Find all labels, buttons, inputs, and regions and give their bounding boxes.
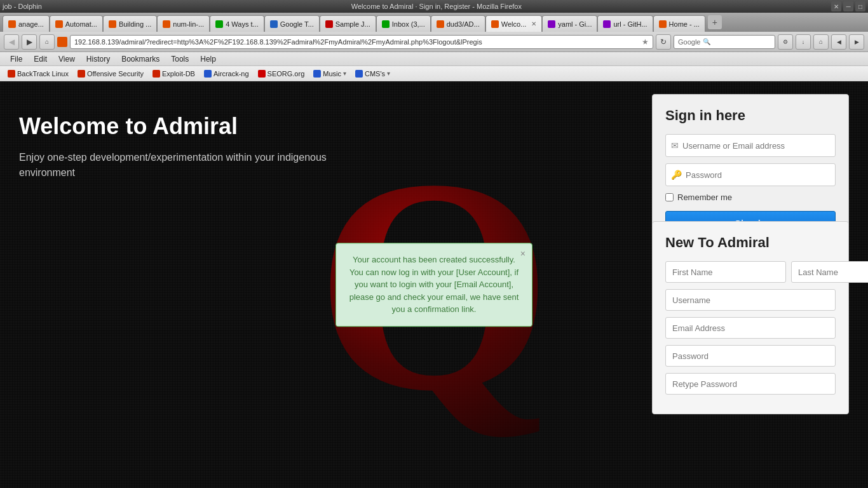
bookmark-music-label: Music xyxy=(323,70,341,78)
tab-7-label: Inbox (3,... xyxy=(392,20,425,28)
remember-me-checkbox[interactable] xyxy=(665,193,674,201)
os-close-icon[interactable]: ✕ xyxy=(831,1,841,11)
tab-9-favicon xyxy=(491,20,499,28)
os-tray-icons: ✕ ─ □ xyxy=(831,1,865,11)
bookmark-cms-icon xyxy=(355,70,363,78)
welcome-section: Welcome to Admiral Enjoy one-step develo… xyxy=(19,113,349,180)
nav-extra3[interactable]: ◀ xyxy=(831,34,846,50)
new-tab-button[interactable]: + xyxy=(708,15,722,29)
tab-9-close-icon[interactable]: ✕ xyxy=(531,20,536,27)
address-bar[interactable]: 192.168.8.139/admiral/?redirect=http%3A%… xyxy=(70,35,653,49)
username-input-group: ✉ xyxy=(665,134,836,157)
bookmark-offensive[interactable]: Offensive Security xyxy=(74,69,147,79)
os-maximize-icon[interactable]: □ xyxy=(855,1,865,11)
tab-2[interactable]: Building ... xyxy=(103,15,157,32)
search-bar[interactable]: Google 🔍 xyxy=(674,35,775,49)
bookmark-seorg-label: SEORG.org xyxy=(268,70,305,78)
tab-5[interactable]: Google T... xyxy=(264,15,320,32)
success-notification: × Your account has been created successf… xyxy=(336,243,532,327)
name-row xyxy=(665,261,836,283)
tab-7-favicon xyxy=(382,20,390,28)
bookmark-music[interactable]: Music ▾ xyxy=(309,69,350,79)
browser-window: anage... Automat... Building ... num-lin… xyxy=(0,13,868,488)
notification-close-button[interactable]: × xyxy=(520,247,526,261)
tab-6[interactable]: Sample J... xyxy=(320,15,376,32)
tab-2-favicon xyxy=(109,20,116,28)
email-input[interactable] xyxy=(665,317,836,339)
forward-button[interactable]: ▶ xyxy=(22,34,37,50)
lock-icon: 🔑 xyxy=(671,170,682,180)
bookmark-aircrack[interactable]: Aircrack-ng xyxy=(200,69,253,79)
tab-4[interactable]: 4 Ways t... xyxy=(210,15,264,32)
bookmark-seorg-icon xyxy=(258,70,266,78)
reg-password-input[interactable] xyxy=(665,345,836,367)
menu-bar: File Edit View History Bookmarks Tools H… xyxy=(0,52,868,66)
os-minimize-icon[interactable]: ─ xyxy=(843,1,853,11)
bookmarks-bar: BackTrack Linux Offensive Security Explo… xyxy=(0,66,868,81)
tab-6-favicon xyxy=(325,20,333,28)
bookmark-music-icon xyxy=(313,70,321,78)
tab-4-favicon xyxy=(215,20,223,28)
bookmark-backtrack[interactable]: BackTrack Linux xyxy=(4,69,72,79)
menu-tools[interactable]: Tools xyxy=(166,53,194,65)
search-go-icon[interactable]: 🔍 xyxy=(703,38,710,45)
nav-extra2[interactable]: ↓ xyxy=(796,34,811,50)
tab-11[interactable]: url - GitH... xyxy=(597,15,653,32)
tab-12[interactable]: Home - ... xyxy=(653,15,705,32)
password-input-group: 🔑 xyxy=(665,163,836,186)
password-input[interactable] xyxy=(686,164,830,186)
nav-bar: ◀ ▶ ⌂ 192.168.8.139/admiral/?redirect=ht… xyxy=(0,32,868,52)
menu-edit[interactable]: Edit xyxy=(29,53,52,65)
bookmark-seorg[interactable]: SEORG.org xyxy=(254,69,309,79)
lastname-input[interactable] xyxy=(791,261,868,283)
tab-10[interactable]: yaml - Gi... xyxy=(542,15,597,32)
remember-me-label: Remember me xyxy=(677,193,732,202)
bookmark-exploitdb-label: Exploit-DB xyxy=(162,70,195,78)
tab-1-favicon xyxy=(55,20,63,28)
bookmark-exploitdb[interactable]: Exploit-DB xyxy=(149,69,199,79)
username-input[interactable] xyxy=(682,135,830,156)
bookmark-cms-arrow: ▾ xyxy=(387,70,390,77)
tab-0[interactable]: anage... xyxy=(3,15,50,32)
bookmark-music-arrow: ▾ xyxy=(343,70,346,77)
back-button[interactable]: ◀ xyxy=(4,34,19,50)
menu-help[interactable]: Help xyxy=(195,53,221,65)
tab-8[interactable]: dud3/AD... xyxy=(431,15,485,32)
tab-1[interactable]: Automat... xyxy=(50,15,103,32)
tab-3-favicon xyxy=(163,20,170,28)
tab-5-favicon xyxy=(270,20,278,28)
tab-11-favicon xyxy=(603,20,611,28)
page-content: Q Welcome to Admiral Enjoy one-step deve… xyxy=(0,81,868,488)
bookmark-cms-label: CMS's xyxy=(365,70,385,78)
notification-message: Your account has been created successful… xyxy=(349,255,519,314)
tab-11-label: url - GitH... xyxy=(613,20,647,28)
bookmark-exploitdb-icon xyxy=(153,70,160,78)
os-topbar: job - Dolphin Welcome to Admiral · Sign … xyxy=(0,0,868,13)
menu-history[interactable]: History xyxy=(81,53,115,65)
tab-10-label: yaml - Gi... xyxy=(558,20,592,28)
bookmark-star-icon[interactable]: ★ xyxy=(642,37,649,46)
tab-6-label: Sample J... xyxy=(336,20,370,28)
reg-username-input[interactable] xyxy=(665,289,836,311)
register-panel: New To Admiral xyxy=(652,221,849,414)
tab-8-favicon xyxy=(437,20,444,28)
tab-3[interactable]: num-lin-... xyxy=(157,15,210,32)
tab-7[interactable]: Inbox (3,... xyxy=(376,15,431,32)
nav-home2[interactable]: ⌂ xyxy=(813,34,829,50)
remember-me-group: Remember me xyxy=(665,193,836,202)
home-button[interactable]: ⌂ xyxy=(39,34,55,50)
tab-3-label: num-lin-... xyxy=(173,20,204,28)
menu-file[interactable]: File xyxy=(5,53,27,65)
refresh-button[interactable]: ↻ xyxy=(656,34,671,50)
nav-extra1[interactable]: ⚙ xyxy=(778,34,793,50)
nav-extra4[interactable]: ▶ xyxy=(849,34,864,50)
bookmark-aircrack-label: Aircrack-ng xyxy=(214,70,249,78)
signin-title: Sign in here xyxy=(665,107,836,124)
tab-5-label: Google T... xyxy=(280,20,314,28)
menu-view[interactable]: View xyxy=(53,53,80,65)
tab-9-active[interactable]: Welco... ✕ xyxy=(485,15,543,32)
firstname-input[interactable] xyxy=(665,261,786,283)
menu-bookmarks[interactable]: Bookmarks xyxy=(116,53,165,65)
retype-password-input[interactable] xyxy=(665,373,836,395)
bookmark-cms[interactable]: CMS's ▾ xyxy=(351,69,394,79)
